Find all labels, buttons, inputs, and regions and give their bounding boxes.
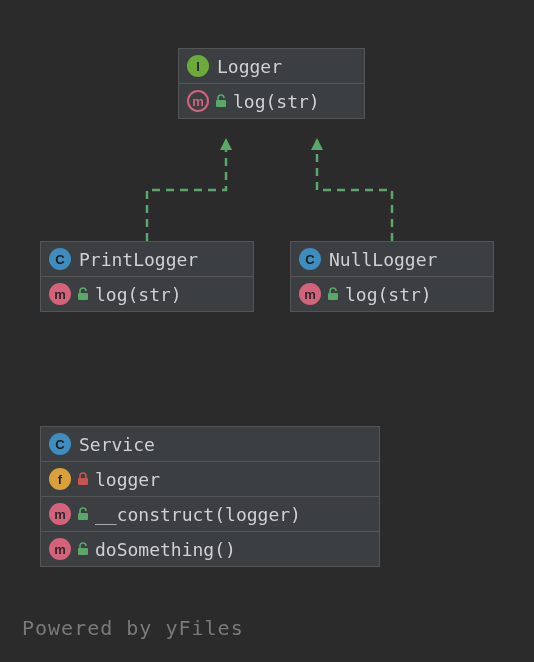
svg-rect-5 [78, 548, 88, 555]
public-icon [77, 542, 89, 556]
method-icon: m [49, 283, 71, 305]
class-name: NullLogger [329, 249, 437, 270]
svg-rect-3 [78, 478, 88, 485]
member-label: doSomething() [95, 539, 236, 560]
class-name: Logger [217, 56, 282, 77]
class-header: C NullLogger [291, 242, 493, 277]
class-nulllogger[interactable]: C NullLogger m log(str) [290, 241, 494, 312]
member-row: m log(str) [41, 277, 253, 311]
public-icon [327, 287, 339, 301]
member-label: __construct(logger) [95, 504, 301, 525]
member-row: f logger [41, 462, 379, 497]
svg-rect-4 [78, 513, 88, 520]
class-name: PrintLogger [79, 249, 198, 270]
svg-rect-0 [216, 100, 226, 107]
class-header: I Logger [179, 49, 364, 84]
class-printlogger[interactable]: C PrintLogger m log(str) [40, 241, 254, 312]
interface-icon: I [187, 55, 209, 77]
class-header: C Service [41, 427, 379, 462]
method-icon: m [187, 90, 209, 112]
field-icon: f [49, 468, 71, 490]
public-icon [77, 507, 89, 521]
class-icon: C [49, 248, 71, 270]
member-label: log(str) [233, 91, 320, 112]
member-label: log(str) [345, 284, 432, 305]
method-icon: m [299, 283, 321, 305]
class-service[interactable]: C Service f logger m __construct(logger)… [40, 426, 380, 567]
class-name: Service [79, 434, 155, 455]
edge-printlogger-to-logger [147, 138, 226, 241]
class-icon: C [49, 433, 71, 455]
member-row: m doSomething() [41, 532, 379, 566]
edge-nulllogger-to-logger [317, 138, 392, 241]
watermark: Powered by yFiles [22, 616, 244, 640]
public-icon [215, 94, 227, 108]
member-label: logger [95, 469, 160, 490]
member-row: m log(str) [179, 84, 364, 118]
svg-rect-2 [328, 293, 338, 300]
method-icon: m [49, 503, 71, 525]
member-label: log(str) [95, 284, 182, 305]
method-icon: m [49, 538, 71, 560]
svg-rect-1 [78, 293, 88, 300]
class-logger[interactable]: I Logger m log(str) [178, 48, 365, 119]
class-icon: C [299, 248, 321, 270]
member-row: m __construct(logger) [41, 497, 379, 532]
member-row: m log(str) [291, 277, 493, 311]
class-header: C PrintLogger [41, 242, 253, 277]
public-icon [77, 287, 89, 301]
private-icon [77, 472, 89, 486]
